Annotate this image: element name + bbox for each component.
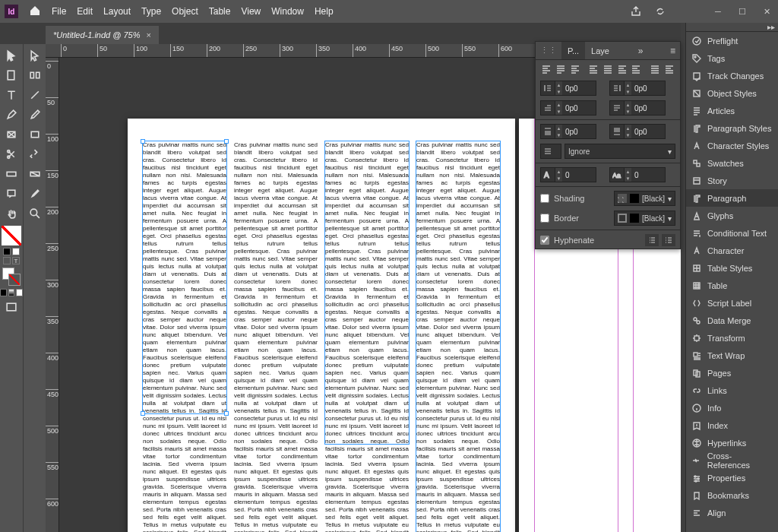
menu-table[interactable]: Table <box>209 6 231 17</box>
list-bullet-icon[interactable] <box>645 234 659 246</box>
align-jright-button[interactable] <box>615 62 628 76</box>
dock-item-table-styles[interactable]: Table Styles <box>686 259 778 277</box>
text-column-4[interactable]: Cras pulvinar mattis nunc sed blandit li… <box>416 141 500 532</box>
dock-item-align[interactable]: Align <box>686 504 778 521</box>
last-line-indent-field[interactable]: ▲▼ <box>609 100 666 116</box>
home-icon[interactable] <box>29 5 41 18</box>
dock-item-paragraph-styles[interactable]: Paragraph Styles <box>686 119 778 137</box>
align-toward-button[interactable] <box>649 62 662 76</box>
hand-tool[interactable] <box>1 204 22 223</box>
panel-tab-paragraph[interactable]: P... <box>561 42 585 59</box>
pen-tool[interactable] <box>1 106 22 124</box>
menu-edit[interactable]: Edit <box>77 6 93 17</box>
dock-collapse-icon[interactable]: ▸▸ <box>767 23 775 31</box>
scis-tool[interactable] <box>1 145 22 163</box>
fill-stroke-proxy[interactable] <box>2 226 21 245</box>
dock-item-index[interactable]: Index <box>686 416 778 434</box>
dock-item-pages[interactable]: Pages <box>686 364 778 382</box>
dock-item-properties[interactable]: Properties <box>686 469 778 486</box>
menu-layout[interactable]: Layout <box>103 6 131 17</box>
shading-checkbox[interactable]: Shading <box>540 194 584 203</box>
type-tool[interactable] <box>1 86 22 104</box>
auto-leading-select[interactable]: Ignore▾ <box>565 144 675 159</box>
dock-item-hyperlinks[interactable]: Hyperlinks <box>686 434 778 451</box>
align-jleft-button[interactable] <box>587 62 600 76</box>
close-button[interactable]: ✕ <box>760 6 773 17</box>
sync-icon[interactable] <box>653 5 667 18</box>
list-number-icon[interactable] <box>662 234 675 246</box>
dock-item-glyphs[interactable]: Glyphs <box>686 207 778 224</box>
gradf-tool[interactable] <box>24 165 46 183</box>
hyphenate-checkbox[interactable]: Hyphenate <box>540 236 594 245</box>
align-right-button[interactable] <box>568 62 581 76</box>
page-1[interactable]: Cras pulvinar mattis nunc sed blandit li… <box>128 119 515 532</box>
text-column-1[interactable]: Cras pulvinar mattis nunc sed blandit li… <box>143 141 226 532</box>
dock-item-info[interactable]: Info <box>686 399 778 416</box>
grad-tool[interactable] <box>1 165 22 183</box>
menu-type[interactable]: Type <box>141 6 161 17</box>
eyedrop-tool[interactable] <box>24 185 46 203</box>
text-column-2[interactable]: Cras pulvinar mattis nunc sed blandit li… <box>234 141 318 532</box>
dock-item-character[interactable]: Character <box>686 242 778 259</box>
maximize-button[interactable]: ☐ <box>735 6 749 17</box>
first-line-indent-field[interactable]: ▲▼ <box>540 100 596 116</box>
panel-expand-icon[interactable]: » <box>634 46 648 56</box>
page-tool[interactable] <box>1 66 22 84</box>
line-tool[interactable] <box>24 86 46 104</box>
document-tab[interactable]: *Untitled-1.indd @ 75% × <box>46 26 159 44</box>
menu-object[interactable]: Object <box>172 6 198 17</box>
dock-item-transform[interactable]: Transform <box>686 329 778 347</box>
zoom-tool[interactable] <box>24 204 46 223</box>
menu-view[interactable]: View <box>241 6 261 17</box>
minimize-button[interactable]: ─ <box>711 6 725 17</box>
dock-item-data-merge[interactable]: Data Merge <box>686 312 778 329</box>
dock-item-character-styles[interactable]: Character Styles <box>686 137 778 154</box>
gap-tool[interactable] <box>24 66 46 84</box>
dock-item-preflight[interactable]: Preflight <box>686 32 778 49</box>
format-text-icon[interactable]: T <box>12 257 20 264</box>
format-container-icon[interactable] <box>3 257 11 264</box>
align-center-button[interactable] <box>555 62 568 76</box>
align-left-button[interactable] <box>540 62 553 76</box>
panel-grip-icon[interactable]: ⋮⋮ <box>536 46 561 55</box>
align-away-button[interactable] <box>663 62 675 76</box>
dock-item-track-changes[interactable]: Track Changes <box>686 67 778 84</box>
panel-tab-layers[interactable]: Laye <box>585 42 615 59</box>
menu-file[interactable]: File <box>52 6 66 17</box>
rect-tool[interactable] <box>1 125 22 144</box>
space-after-field[interactable]: ▲▼ <box>609 124 666 139</box>
dock-item-table[interactable]: Table <box>686 277 778 294</box>
dock-item-text-wrap[interactable]: Text Wrap <box>686 347 778 364</box>
apply-color-icon[interactable] <box>0 289 7 296</box>
arrow-tool[interactable] <box>1 46 22 65</box>
dock-item-links[interactable]: Links <box>686 382 778 399</box>
dropcap-chars-field[interactable]: Aa▲▼ <box>609 167 666 182</box>
apply-none-icon[interactable] <box>16 289 23 296</box>
view-mode-icon[interactable] <box>1 298 22 316</box>
dock-item-conditional-text[interactable]: Conditional Text <box>686 224 778 242</box>
dock-item-swatches[interactable]: Swatches <box>686 154 778 172</box>
menu-help[interactable]: Help <box>315 6 334 17</box>
panel-menu-icon[interactable]: ≡ <box>666 46 680 56</box>
color-proxy[interactable] <box>2 268 21 286</box>
dock-item-paragraph[interactable]: Paragraph <box>686 189 778 207</box>
direct-tool[interactable] <box>24 46 46 65</box>
border-swatch-select[interactable]: [Black]▾ <box>614 211 675 226</box>
swap-colors-icon[interactable] <box>3 248 11 255</box>
dock-item-cross-references[interactable]: Cross-References <box>686 451 778 469</box>
dropcap-lines-field[interactable]: A▲▼ <box>540 167 596 182</box>
default-colors-icon[interactable] <box>12 248 20 255</box>
close-icon[interactable]: × <box>147 30 151 40</box>
text-column-3[interactable]: Cras pulvinar mattis nunc sed blandit li… <box>325 141 409 532</box>
dock-item-story[interactable]: Story <box>686 172 778 189</box>
dock-item-tags[interactable]: Tags <box>686 49 778 67</box>
rectf-tool[interactable] <box>24 125 46 144</box>
dock-item-bookmarks[interactable]: Bookmarks <box>686 486 778 504</box>
align-jfull-button[interactable] <box>630 62 643 76</box>
menu-window[interactable]: Window <box>271 6 304 17</box>
shading-swatch-select[interactable]: [Black]▾ <box>614 191 675 206</box>
indent-left-field[interactable]: ▲▼ <box>540 81 596 96</box>
dock-item-object-styles[interactable]: Object Styles <box>686 84 778 102</box>
trans-tool[interactable] <box>24 145 46 163</box>
share-icon[interactable] <box>629 5 643 18</box>
